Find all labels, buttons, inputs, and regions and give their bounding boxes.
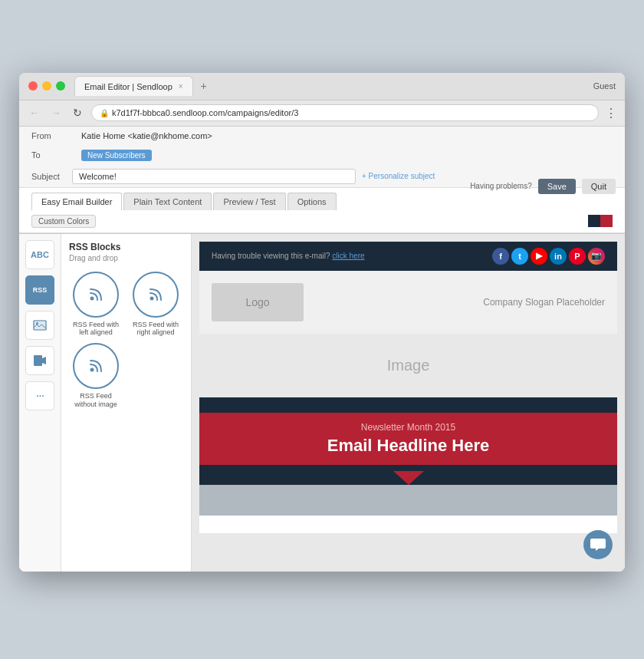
email-image-row: Image (199, 334, 617, 397)
title-bar: Email Editor | Sendloop × + Guest (19, 73, 625, 100)
url-bar[interactable]: 🔒 k7d1f7f-bbbca0.sendloop.com/campaigns/… (91, 104, 599, 121)
email-logo: Logo (212, 283, 304, 321)
subject-input[interactable] (72, 169, 356, 184)
browser-tab-title: Email Editor | Sendloop (84, 82, 172, 91)
forward-button[interactable]: → (48, 107, 64, 119)
sidebar-icon-text[interactable]: ABC (25, 240, 54, 269)
instagram-icon[interactable]: 📷 (588, 248, 605, 265)
to-row: To New Subscribers (19, 145, 625, 166)
svg-point-6 (90, 368, 94, 372)
email-logo-row: Logo Company Slogan Placeholder (199, 271, 617, 334)
pinterest-icon[interactable]: P (569, 248, 586, 265)
color-swatch-red[interactable] (600, 215, 613, 227)
maximize-button[interactable] (56, 81, 65, 91)
youtube-icon[interactable]: ▶ (531, 248, 547, 265)
personalize-link[interactable]: + Personalize subject (362, 172, 435, 180)
email-headline-section: Newsletter Month 2015 Email Headline Her… (199, 413, 617, 465)
block-rss-left-icon (73, 272, 119, 318)
browser-window: Email Editor | Sendloop × + Guest ← → ↻ … (19, 73, 625, 572)
subscriber-badge[interactable]: New Subscribers (81, 150, 152, 161)
email-frame: Having trouble viewing this e-mail? clic… (199, 242, 617, 533)
to-label: To (31, 150, 66, 160)
lock-icon: 🔒 (100, 109, 109, 117)
tab-plain-text[interactable]: Plain Text Content (123, 193, 212, 210)
svg-point-2 (36, 322, 38, 325)
guest-label: Guest (593, 81, 616, 91)
minimize-button[interactable] (42, 81, 51, 91)
block-rss-right-label: RSS Feed with right aligned (129, 321, 182, 338)
custom-colors-button[interactable]: Custom Colors (31, 215, 96, 228)
address-bar: ← → ↻ 🔒 k7d1f7f-bbbca0.sendloop.com/camp… (19, 100, 625, 127)
email-top-bar: Having trouble viewing this e-mail? clic… (199, 242, 617, 271)
menu-dots-button[interactable]: ⋮ (605, 106, 617, 120)
url-text: k7d1f7f-bbbca0.sendloop.com/campaigns/ed… (112, 108, 298, 117)
email-dark-section (199, 397, 617, 413)
color-swatch-dark[interactable] (588, 215, 600, 227)
email-next-section (199, 485, 617, 516)
svg-point-5 (150, 296, 154, 300)
app-header: From Katie Home <katie@nkhome.com> To Ne… (19, 127, 625, 188)
email-newsletter-month: Newsletter Month 2015 (212, 422, 605, 433)
sidebar: ABC RSS ··· (19, 234, 61, 572)
sidebar-icon-rss[interactable]: RSS (25, 275, 54, 305)
blocks-subtitle: Drag and drop (69, 254, 183, 262)
tab-preview-test[interactable]: Preview / Test (213, 193, 285, 210)
tab-options[interactable]: Options (288, 193, 337, 210)
tab-easy-email-builder[interactable]: Easy Email Builder (31, 193, 122, 210)
block-items: RSS Feed with left aligned RSS Feed with… (69, 272, 183, 409)
new-tab-button[interactable]: + (196, 78, 212, 94)
linkedin-icon[interactable]: in (550, 248, 567, 265)
color-swatches (588, 215, 613, 227)
editor-body: ABC RSS ··· RSS Blocks Drag an (19, 234, 625, 572)
block-rss-no-image-label: RSS Feed without image (69, 392, 123, 409)
from-value: Katie Home <katie@nkhome.com> (81, 131, 212, 140)
browser-tab-close[interactable]: × (179, 82, 183, 91)
reload-button[interactable]: ↻ (70, 107, 85, 119)
twitter-icon[interactable]: t (511, 248, 528, 265)
svg-point-4 (90, 296, 94, 300)
close-button[interactable] (28, 81, 38, 91)
block-rss-right[interactable]: RSS Feed with right aligned (129, 272, 182, 338)
svg-rect-3 (34, 355, 42, 366)
arrow-down-icon (393, 471, 424, 485)
from-row: From Katie Home <katie@nkhome.com> (19, 127, 625, 145)
block-rss-left-label: RSS Feed with left aligned (69, 321, 123, 338)
tab-area: Email Editor | Sendloop × + (74, 76, 212, 96)
block-rss-left[interactable]: RSS Feed with left aligned (69, 272, 123, 338)
from-label: From (31, 131, 66, 140)
svg-rect-0 (33, 320, 47, 331)
email-preview: Having trouble viewing this e-mail? clic… (192, 234, 625, 572)
sidebar-icon-more[interactable]: ··· (25, 381, 54, 410)
facebook-icon[interactable]: f (492, 248, 509, 265)
sidebar-icon-video[interactable] (25, 346, 54, 375)
blocks-panel: RSS Blocks Drag and drop RSS Feed with l… (61, 234, 192, 572)
email-headline: Email Headline Here (212, 436, 605, 456)
email-slogan: Company Slogan Placeholder (483, 297, 605, 308)
browser-tab[interactable]: Email Editor | Sendloop × (74, 76, 193, 96)
blocks-title: RSS Blocks (69, 242, 183, 252)
tabs-row: Easy Email Builder Plain Text Content Pr… (19, 188, 625, 210)
traffic-lights (28, 81, 65, 91)
sidebar-icon-image[interactable] (25, 311, 54, 340)
social-icons: f t ▶ in P 📷 (492, 248, 605, 265)
block-rss-no-image[interactable]: RSS Feed without image (69, 343, 123, 409)
block-rss-right-icon (133, 272, 179, 318)
block-rss-no-image-icon (73, 343, 119, 389)
back-button[interactable]: ← (27, 107, 42, 119)
email-trouble-text: Having trouble viewing this e-mail? clic… (212, 252, 365, 260)
email-bottom-arrow (199, 465, 617, 485)
email-image-placeholder: Image (387, 357, 430, 374)
chat-bubble-button[interactable] (583, 530, 613, 559)
custom-colors-row: Custom Colors (19, 210, 625, 233)
subject-label: Subject (31, 172, 66, 181)
email-trouble-link[interactable]: click here (332, 252, 364, 260)
